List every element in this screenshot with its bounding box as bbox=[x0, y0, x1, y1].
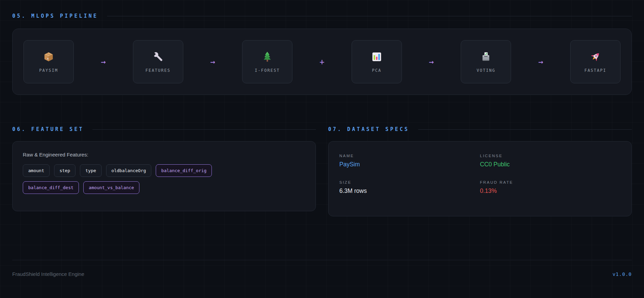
pipeline-stage-pca: PCA bbox=[352, 40, 402, 83]
section-header-rule bbox=[418, 129, 632, 130]
spec-value-license: CC0 Public bbox=[480, 161, 621, 168]
arrow-right-connector: → bbox=[402, 57, 461, 67]
footer-product-name: FraudShield Intelligence Engine bbox=[12, 271, 84, 277]
section-header: 07. DATASET SPECS bbox=[328, 126, 632, 132]
spec-label: FRAUD RATE bbox=[480, 180, 621, 184]
bar-chart-icon bbox=[371, 51, 383, 63]
rocket-icon bbox=[590, 51, 601, 63]
section-header: 05. MLOPS PIPELINE bbox=[12, 13, 632, 19]
section-title-mlops-pipeline: 05. MLOPS PIPELINE bbox=[12, 13, 98, 19]
dataset-specs-panel: NAME PaySim LICENSE CC0 Public SIZE 6.3M… bbox=[328, 141, 632, 216]
spec-size: SIZE 6.3M rows bbox=[339, 180, 480, 195]
arrow-right-connector: → bbox=[183, 57, 242, 67]
feature-chip-step: step bbox=[54, 164, 75, 177]
pipeline-stage-voting: VOTING bbox=[461, 40, 511, 83]
feature-chip-amount: amount bbox=[23, 164, 50, 177]
footer: FraudShield Intelligence Engine v1.0.0 bbox=[12, 260, 632, 277]
lower-sections: 06. FEATURE SET Raw & Engineered Feature… bbox=[12, 126, 632, 216]
section-title-dataset-specs: 07. DATASET SPECS bbox=[328, 126, 409, 132]
spec-label: NAME bbox=[339, 154, 480, 158]
page: 05. MLOPS PIPELINE PAYSIM → bbox=[0, 0, 644, 277]
footer-divider bbox=[12, 260, 632, 260]
section-feature-set: 06. FEATURE SET Raw & Engineered Feature… bbox=[12, 126, 316, 216]
evergreen-tree-icon bbox=[261, 51, 273, 63]
feature-chip-balance-diff-orig: balance_diff_orig bbox=[156, 164, 212, 177]
feature-chip-amount-vs-balance: amount_vs_balance bbox=[83, 181, 139, 194]
section-header-rule bbox=[107, 16, 632, 16]
pipeline-stage-paysim: PAYSIM bbox=[23, 40, 74, 83]
stage-label: PAYSIM bbox=[39, 68, 58, 73]
spec-value-name: PaySim bbox=[339, 161, 480, 168]
spec-license: LICENSE CC0 Public bbox=[480, 154, 621, 168]
stage-label: PCA bbox=[372, 68, 382, 73]
section-dataset-specs: 07. DATASET SPECS NAME PaySim LICENSE CC… bbox=[328, 126, 632, 216]
footer-version: v1.0.0 bbox=[612, 271, 632, 277]
footer-row: FraudShield Intelligence Engine v1.0.0 bbox=[12, 271, 632, 277]
pipeline-stage-features: FEATURES bbox=[133, 40, 183, 83]
feature-chip-balance-diff-dest: balance_diff_dest bbox=[23, 181, 79, 194]
feature-chip-oldbalanceorg: oldbalanceOrg bbox=[106, 164, 152, 177]
stage-label: I-FOREST bbox=[255, 68, 280, 73]
stage-label: FEATURES bbox=[146, 68, 171, 73]
stage-label: VOTING bbox=[477, 68, 495, 73]
spec-value-size: 6.3M rows bbox=[339, 187, 480, 195]
arrow-right-connector: → bbox=[511, 57, 570, 67]
spec-name: NAME PaySim bbox=[339, 154, 480, 168]
section-header-rule bbox=[92, 129, 316, 130]
features-intro-text: Raw & Engineered Features: bbox=[23, 152, 305, 158]
wrench-icon bbox=[152, 51, 164, 63]
section-header: 06. FEATURE SET bbox=[12, 126, 316, 132]
section-title-feature-set: 06. FEATURE SET bbox=[12, 126, 84, 132]
ballot-box-icon bbox=[480, 51, 492, 63]
stage-label: FASTAPI bbox=[584, 68, 607, 73]
section-mlops-pipeline: 05. MLOPS PIPELINE PAYSIM → bbox=[12, 13, 632, 95]
feature-chip-list: amount step type oldbalanceOrg balance_d… bbox=[23, 164, 234, 194]
arrow-right-connector: → bbox=[74, 57, 133, 67]
pipeline-panel: PAYSIM → FEATURES → bbox=[12, 29, 632, 95]
spec-label: LICENSE bbox=[480, 154, 621, 158]
spec-value-fraud-rate: 0.13% bbox=[480, 187, 621, 195]
spec-fraud-rate: FRAUD RATE 0.13% bbox=[480, 180, 621, 195]
spec-label: SIZE bbox=[339, 180, 480, 184]
pipeline-stage-fastapi: FASTAPI bbox=[570, 40, 621, 83]
plus-connector: + bbox=[292, 57, 352, 67]
feature-set-panel: Raw & Engineered Features: amount step t… bbox=[12, 141, 316, 211]
pipeline-stage-iforest: I-FOREST bbox=[242, 40, 292, 83]
feature-chip-type: type bbox=[80, 164, 101, 177]
package-icon bbox=[43, 51, 54, 63]
